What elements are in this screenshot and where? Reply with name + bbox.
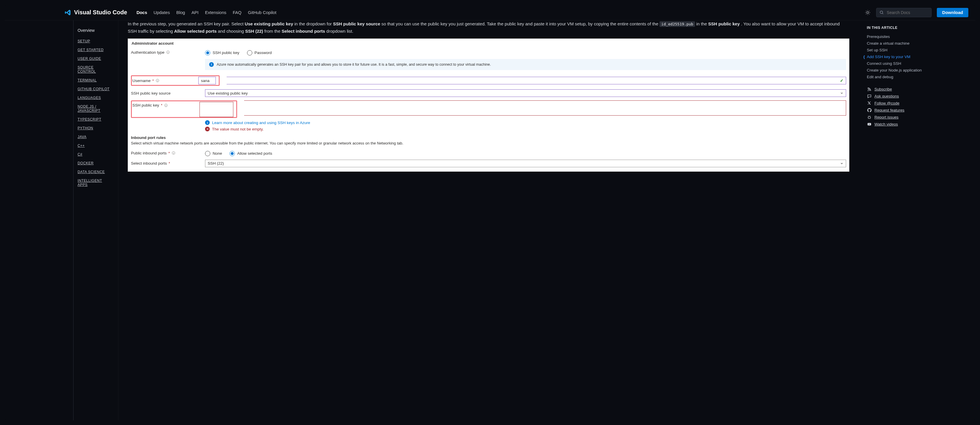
brand-title: Visual Studio Code	[74, 9, 127, 16]
highlight-box: SSH public key *	[131, 101, 237, 118]
toc: Prerequisites Create a virtual machine S…	[867, 33, 967, 80]
sidebar-cat-typescript[interactable]: TYPESCRIPT	[78, 115, 111, 124]
link-label: Request features	[874, 108, 904, 112]
sidebar-cat-copilot[interactable]: GITHUB COPILOT	[78, 85, 111, 93]
svg-point-0	[867, 11, 869, 13]
feedback-follow[interactable]: Follow @code	[867, 99, 967, 107]
radio-password[interactable]: Password	[247, 50, 272, 56]
sidebar-cat-languages[interactable]: LANGUAGES	[78, 93, 111, 102]
toc-item[interactable]: Create your Node.js application	[867, 67, 967, 73]
radio-ssh-public-key[interactable]: SSH public key	[205, 50, 239, 56]
text: in the dropdown for	[294, 21, 333, 26]
toc-item-current[interactable]: Add SSH key to your VM	[867, 53, 967, 60]
nav-link-copilot[interactable]: GitHub Copilot	[248, 10, 277, 15]
sidebar-cat-userguide[interactable]: USER GUIDE	[78, 54, 111, 63]
text: so that you can use the public key you j…	[382, 21, 660, 26]
feedback-request[interactable]: Request features	[867, 107, 967, 113]
azure-pk-source-select[interactable]: Use existing public key	[205, 89, 846, 97]
sidebar-cat-sourcecontrol[interactable]: SOURCE CONTROL	[78, 63, 111, 76]
radio-icon	[247, 50, 252, 56]
toc-item[interactable]: Set up SSH	[867, 47, 967, 53]
sidebar-cat-python[interactable]: PYTHON	[78, 124, 111, 133]
sidebar-cat-cpp[interactable]: C++	[78, 141, 111, 150]
label-text: Select inbound ports	[131, 161, 167, 166]
nav-link-faq[interactable]: FAQ	[233, 10, 242, 15]
svg-point-6	[868, 116, 870, 118]
azure-section-inbound: Inbound port rules	[131, 136, 846, 140]
azure-username-input-ext[interactable]: ✓	[227, 77, 846, 85]
sidebar-cat-datascience[interactable]: DATA SCIENCE	[78, 168, 111, 176]
sidebar-cat-intelligentapps[interactable]: INTELLIGENT APPS	[78, 176, 111, 189]
text-bold: SSH public key	[708, 21, 740, 26]
toc-item[interactable]: Connect using SSH	[867, 60, 967, 67]
x-icon	[867, 101, 872, 105]
video-icon	[867, 122, 872, 126]
feedback-links: Subscribe Ask questions Follow @code Req…	[867, 86, 967, 128]
azure-learn-link[interactable]: Learn more about creating and using SSH …	[212, 121, 310, 125]
nav-link-blog[interactable]: Blog	[176, 10, 185, 15]
nav-link-api[interactable]: API	[191, 10, 198, 15]
radio-label: Password	[255, 51, 272, 55]
radio-label: Allow selected ports	[237, 151, 272, 156]
azure-pk-textarea-ext[interactable]	[244, 101, 846, 116]
sidebar-cat-setup[interactable]: SETUP	[78, 37, 111, 46]
azure-label-public-ports: Public inbound ports *	[131, 151, 198, 155]
label-text: Authentication type	[131, 50, 164, 54]
radio-none[interactable]: None	[205, 151, 222, 156]
sidebar-cat-terminal[interactable]: TERMINAL	[78, 76, 111, 85]
brand[interactable]: Visual Studio Code	[64, 9, 127, 16]
feedback-watch[interactable]: Watch videos	[867, 121, 967, 128]
chevron-down-icon	[840, 162, 843, 165]
radio-icon	[205, 50, 210, 56]
text: in the	[696, 21, 708, 26]
azure-pk-textarea[interactable]	[199, 102, 233, 117]
azure-username-input[interactable]: sana	[198, 77, 216, 85]
sidebar-cat-getstarted[interactable]: GET STARTED	[78, 46, 111, 54]
text-bold: SSH public key source	[333, 21, 380, 26]
feedback-report[interactable]: Report issues	[867, 113, 967, 121]
link-label: Watch videos	[874, 122, 898, 126]
info-icon: i	[205, 120, 210, 125]
toc-item[interactable]: Prerequisites	[867, 33, 967, 40]
sidebar-cat-docker[interactable]: DOCKER	[78, 159, 111, 168]
sidebar-cat-java[interactable]: JAVA	[78, 133, 111, 141]
feedback-subscribe[interactable]: Subscribe	[867, 86, 967, 93]
text: and choosing	[218, 29, 245, 34]
nav-link-extensions[interactable]: Extensions	[205, 10, 226, 15]
label-text: SSH public key source	[131, 91, 171, 96]
azure-select-ports[interactable]: SSH (22)	[205, 160, 846, 167]
required-asterisk: *	[169, 161, 170, 166]
text-bold: SSH (22)	[245, 29, 263, 34]
download-button[interactable]: Download	[937, 8, 968, 17]
theme-toggle-button[interactable]	[864, 10, 871, 16]
nav-link-docs[interactable]: Docs	[137, 10, 147, 15]
check-icon: ✓	[840, 78, 843, 83]
toc-item[interactable]: Create a virtual machine	[867, 40, 967, 47]
search-icon	[880, 10, 884, 14]
azure-label-pk-source: SSH public key source	[131, 91, 198, 96]
search-box[interactable]	[876, 8, 932, 17]
svg-point-1	[880, 11, 883, 14]
toc-item[interactable]: Edit and debug	[867, 73, 967, 80]
info-icon	[172, 151, 175, 155]
article-content: In the previous step, you generated an S…	[118, 21, 859, 420]
select-value: Use existing public key	[208, 91, 248, 96]
rss-icon	[867, 87, 872, 91]
search-input[interactable]	[886, 10, 928, 15]
select-value: SSH (22)	[208, 161, 224, 166]
radio-allow-selected[interactable]: Allow selected ports	[229, 151, 272, 156]
nav-link-updates[interactable]: Updates	[154, 10, 170, 15]
sidebar-overview[interactable]: Overview	[78, 27, 111, 34]
azure-learn-link-row: i Learn more about creating and using SS…	[205, 120, 846, 125]
sun-icon	[865, 10, 870, 16]
article-paragraph: In the previous step, you generated an S…	[128, 21, 850, 35]
azure-info-alert: i Azure now automatically generates an S…	[205, 59, 846, 70]
feedback-ask[interactable]: Ask questions	[867, 93, 967, 99]
highlight-box: Username * sana	[131, 75, 220, 86]
text: In the previous step, you generated an S…	[128, 21, 245, 26]
chevron-down-icon	[840, 91, 843, 95]
vscode-logo-icon	[64, 9, 71, 16]
sidebar-cat-csharp[interactable]: C#	[78, 150, 111, 159]
azure-label-pk: SSH public key	[132, 103, 159, 107]
sidebar-cat-nodejs[interactable]: NODE.JS / JAVASCRIPT	[78, 102, 111, 115]
